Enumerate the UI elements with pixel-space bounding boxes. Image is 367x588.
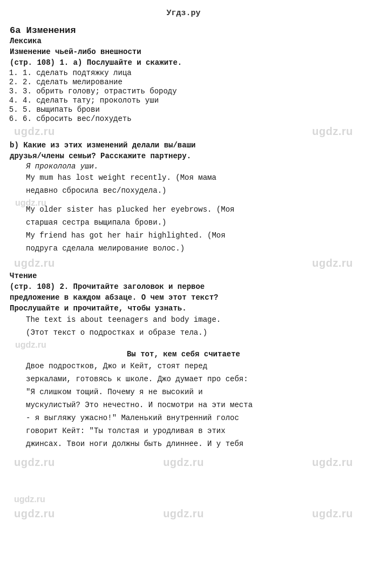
watermark-spacer-2: ugdz.ru — [10, 198, 357, 202]
section-6a-title: 6а Изменения — [10, 25, 357, 36]
article-p1-l3: "Я слишком тощий. Почему я не высокий и — [26, 387, 357, 398]
watermark-row-1: ugdz.ru ugdz.ru — [10, 124, 357, 139]
list-item: 5. выщипать брови — [23, 105, 357, 114]
watermark-row-bottom-2: ugdz.ru — [10, 494, 357, 505]
bottom-spacer — [10, 471, 357, 492]
exercise-2-label3: Прослушайте и прочитайте, чтобы узнать. — [10, 304, 357, 313]
example-line-4: старшая сестра выщипала брови.) — [26, 217, 357, 228]
exercise-2-label2: предложение в каждом абзаце. О чем этот … — [10, 293, 357, 302]
watermark-bottom-3-mid: ugdz.ru — [163, 508, 204, 520]
watermark-bottom-3-right: ugdz.ru — [312, 508, 353, 520]
lexika-label: Лексика — [10, 37, 357, 45]
example-line-5: My friend has got her hair highlighted. … — [26, 230, 357, 241]
content-area: 6а Изменения Лексика Изменение чьей-либо… — [0, 20, 367, 526]
exercise-1b-label2: друзья/члены семьи? Расскажите партнеру. — [10, 152, 357, 160]
watermark-bottom-left-1: ugdz.ru — [14, 456, 55, 469]
watermark-spacer-4: ugdz.ru — [10, 340, 357, 343]
section-heading: Изменение чьей-либо внешности — [10, 48, 357, 56]
exercise-2-answer: The text is about teenagers and body ima… — [26, 314, 357, 339]
example-line-1: My mum has lost weight recently. (Моя ма… — [26, 172, 357, 184]
example-line-2: недавно сбросила вес/похудела.) — [26, 185, 357, 197]
watermark-row-bottom-3: ugdz.ru ugdz.ru ugdz.ru — [10, 506, 357, 521]
example-line-6: подруга сделала мелирование волос.) — [26, 243, 357, 254]
example-line-3: My older sister has plucked her eyebrows… — [26, 204, 357, 215]
article-p1-l2: зеркалами, готовясь к школе. Джо думает … — [26, 374, 357, 385]
list-item: 6. сбросить вес/похудеть — [23, 114, 357, 123]
answer-line-2: (Этот текст о подростках и образе тела.) — [26, 327, 357, 339]
exercise-1b-label1: b) Какие из этих изменений делали вы/ваш… — [10, 141, 357, 150]
list-item: 4. сделать тату; проколоть уши — [23, 96, 357, 105]
italic-example: Я проколола уши. — [26, 162, 357, 171]
watermark-brand-left-1: ugdz.ru — [14, 125, 55, 138]
reading-title: Чтение — [10, 272, 357, 280]
watermark-row-3: ugdz.ru ugdz.ru — [10, 256, 357, 271]
watermark-brand-left-3: ugdz.ru — [14, 257, 55, 269]
exercise-1a-label: (стр. 108) 1. а) Послушайте и скажите. — [10, 58, 357, 67]
article-title: Вы тот, кем себя считаете — [10, 350, 357, 359]
watermark-row-bottom-1: ugdz.ru ugdz.ru ugdz.ru — [10, 455, 357, 470]
watermark-bottom-right-1: ugdz.ru — [312, 456, 353, 469]
list-item: 1. сделать подтяжку лица — [23, 69, 357, 77]
line-break — [10, 343, 357, 347]
site-title: Угдз.ру — [166, 9, 200, 18]
vocab-list: 1. сделать подтяжку лица 2. сделать мели… — [23, 69, 357, 123]
examples-block: My mum has lost weight recently. (Моя ма… — [26, 172, 357, 197]
list-item: 2. сделать мелирование — [23, 78, 357, 86]
answer-line-1: The text is about teenagers and body ima… — [26, 314, 357, 326]
site-header: Угдз.ру — [0, 5, 367, 20]
article-intro: Двое подростков, Джо и Кейт, стоят перед… — [26, 361, 357, 450]
page-container: Угдз.ру 6а Изменения Лексика Изменение ч… — [0, 0, 367, 532]
article-p1-l7: джинсах. Твои ноги должны быть длиннее. … — [26, 438, 357, 450]
list-item: 3. обрить голову; отрастить бороду — [23, 87, 357, 96]
watermark-bottom-3-left: ugdz.ru — [14, 508, 55, 520]
article-p1-l6: говорит Кейт: "Ты толстая и уродливая в … — [26, 425, 357, 437]
article-p1-l4: мускулистый? Это нечестно. И посмотри на… — [26, 400, 357, 411]
article-p1-l5: - я выгляжу ужасно!" Маленький внутренни… — [26, 413, 357, 424]
exercise-2-label1: (стр. 108) 2. Прочитайте заголовок и пер… — [10, 282, 357, 291]
watermark-bottom-mid-1: ugdz.ru — [163, 456, 204, 469]
watermark-bottom-2-left: ugdz.ru — [14, 495, 45, 504]
watermark-brand-right-1: ugdz.ru — [312, 125, 353, 138]
article-p1-l1: Двое подростков, Джо и Кейт, стоят перед — [26, 361, 357, 372]
examples-block-2: My older sister has plucked her eyebrows… — [26, 204, 357, 254]
watermark-brand-right-3: ugdz.ru — [312, 257, 353, 269]
